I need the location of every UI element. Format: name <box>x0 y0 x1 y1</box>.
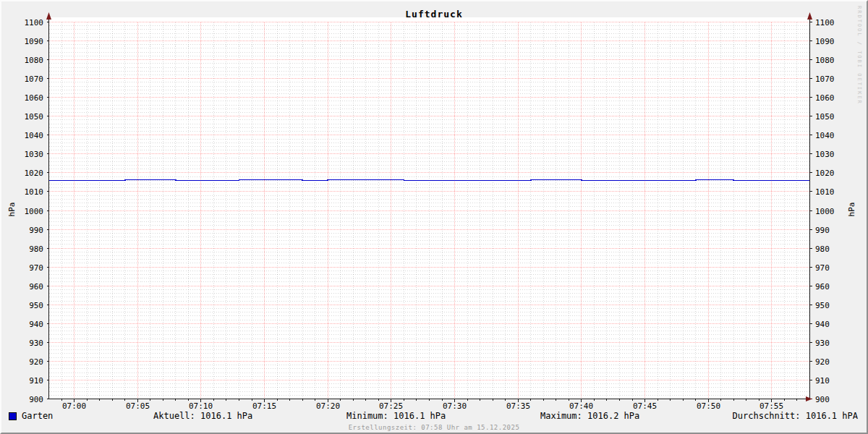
svg-text:920: 920 <box>815 357 830 367</box>
svg-text:920: 920 <box>29 357 43 367</box>
svg-text:1020: 1020 <box>25 169 44 178</box>
legend-series-label: Garten <box>22 411 53 421</box>
svg-text:1090: 1090 <box>25 37 44 46</box>
svg-text:1070: 1070 <box>815 75 835 84</box>
svg-text:1070: 1070 <box>25 75 44 84</box>
stat-minimum-value: 1016.1 hPa <box>393 411 446 421</box>
chart-container: Luftdruck 900900910910920920930930940940… <box>0 0 868 434</box>
stat-maximum-value: 1016.2 hPa <box>587 411 639 421</box>
svg-text:980: 980 <box>29 244 43 254</box>
svg-text:960: 960 <box>815 282 830 292</box>
creation-timestamp: Erstellungszeit: 07:58 Uhr am 15.12.2025 <box>1 424 867 431</box>
svg-text:1090: 1090 <box>815 37 835 46</box>
stat-average: Durchschnitt: 1016.1 hPA <box>733 411 858 421</box>
svg-text:1060: 1060 <box>815 93 835 103</box>
svg-text:900: 900 <box>815 395 830 404</box>
svg-text:930: 930 <box>29 339 43 348</box>
svg-text:1050: 1050 <box>25 112 44 122</box>
stat-minimum: Minimum: 1016.1 hPa <box>346 411 446 421</box>
svg-text:970: 970 <box>29 263 43 273</box>
svg-text:1040: 1040 <box>25 131 44 140</box>
svg-text:07:35: 07:35 <box>506 401 530 411</box>
rrdtool-watermark: RRDTOOL / TOBI OETIKER <box>856 6 862 105</box>
svg-text:07:25: 07:25 <box>379 401 403 411</box>
svg-text:07:50: 07:50 <box>697 401 720 411</box>
svg-text:07:45: 07:45 <box>633 401 657 411</box>
svg-text:1020: 1020 <box>815 169 835 178</box>
svg-text:07:30: 07:30 <box>443 401 467 411</box>
svg-text:910: 910 <box>29 376 43 386</box>
svg-text:07:15: 07:15 <box>252 401 276 411</box>
y-axis-label-right: hPa <box>847 195 856 224</box>
svg-text:07:20: 07:20 <box>316 401 340 411</box>
svg-text:1100: 1100 <box>815 18 835 27</box>
svg-text:1080: 1080 <box>815 56 835 65</box>
svg-text:980: 980 <box>815 244 830 254</box>
svg-text:07:40: 07:40 <box>569 401 593 411</box>
svg-text:1010: 1010 <box>25 187 44 197</box>
svg-text:1100: 1100 <box>25 18 44 27</box>
stat-average-label: Durchschnitt: <box>733 411 801 421</box>
svg-text:960: 960 <box>29 282 43 292</box>
pressure-line-chart: 9009009109109209209309309409409509509609… <box>1 1 868 434</box>
svg-text:1030: 1030 <box>25 150 44 159</box>
y-axis-label-left: hPa <box>7 195 17 224</box>
svg-text:900: 900 <box>29 395 43 404</box>
svg-text:1000: 1000 <box>815 207 835 216</box>
svg-text:970: 970 <box>815 263 830 273</box>
svg-text:07:00: 07:00 <box>62 401 86 411</box>
svg-text:950: 950 <box>815 301 830 310</box>
svg-text:1080: 1080 <box>25 56 44 65</box>
stat-minimum-label: Minimum: <box>346 411 388 421</box>
stat-maximum: Maximum: 1016.2 hPa <box>540 411 639 421</box>
legend-row: Garten Aktuell: 1016.1 hPa Minimum: 1016… <box>1 411 867 422</box>
svg-text:990: 990 <box>815 226 830 235</box>
stat-average-value: 1016.1 hPA <box>806 411 858 421</box>
svg-text:07:10: 07:10 <box>189 401 213 411</box>
svg-text:1050: 1050 <box>815 112 835 122</box>
svg-text:1040: 1040 <box>815 131 835 140</box>
stat-current-label: Aktuell: <box>153 411 195 421</box>
series-color-swatch <box>9 412 17 420</box>
svg-text:950: 950 <box>29 301 43 310</box>
svg-text:940: 940 <box>815 320 830 329</box>
svg-text:1030: 1030 <box>815 150 835 159</box>
svg-text:940: 940 <box>29 320 43 329</box>
stat-current-value: 1016.1 hPa <box>200 411 252 421</box>
svg-text:07:05: 07:05 <box>126 401 150 411</box>
stat-current: Aktuell: 1016.1 hPa <box>153 411 252 421</box>
svg-text:1000: 1000 <box>25 207 44 216</box>
svg-text:930: 930 <box>815 339 830 348</box>
svg-text:990: 990 <box>29 226 43 235</box>
stat-maximum-label: Maximum: <box>540 411 582 421</box>
svg-text:07:55: 07:55 <box>760 401 783 411</box>
svg-text:1010: 1010 <box>815 187 835 197</box>
svg-text:1060: 1060 <box>25 93 44 103</box>
svg-text:910: 910 <box>815 376 830 386</box>
